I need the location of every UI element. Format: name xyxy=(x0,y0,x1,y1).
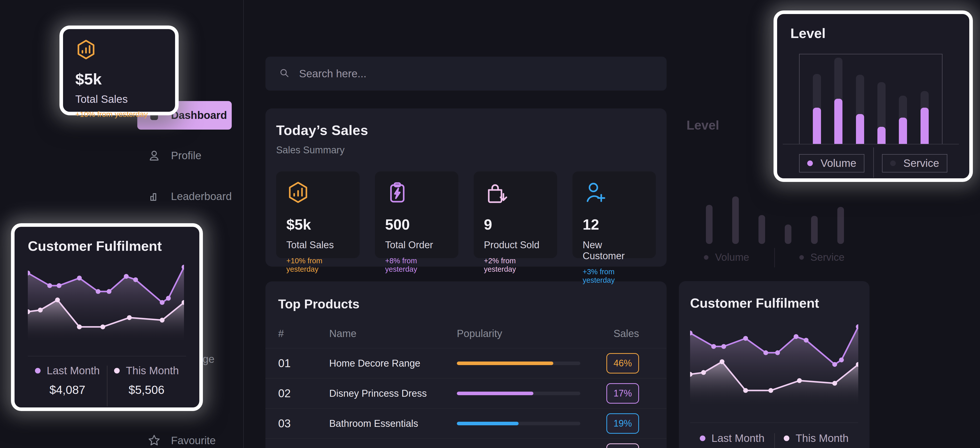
legend-divider xyxy=(107,365,107,407)
sales-badge: 46% xyxy=(606,353,639,373)
level-title: Level xyxy=(791,25,956,41)
row-number: 03 xyxy=(278,417,329,430)
service-dot-icon xyxy=(890,160,896,166)
volume-segment xyxy=(856,114,864,144)
table-body: 01Home Decore Range46%02Disney Princess … xyxy=(266,348,667,448)
level-bar xyxy=(732,197,739,244)
level-bar xyxy=(706,205,713,244)
legend-label: This Month xyxy=(795,432,849,445)
stat-cards: $5kTotal Sales+10% from yesterday500Tota… xyxy=(276,172,656,258)
level-stacked-bar xyxy=(813,54,821,144)
hexagon-chart-icon xyxy=(75,57,97,62)
legend-dot-icon xyxy=(114,368,120,373)
stat-label: Total Order xyxy=(385,240,448,251)
fulfilment-title: Customer Fulfilment xyxy=(690,295,858,311)
legend-value: $5,506 xyxy=(129,383,165,397)
legend-dot-icon xyxy=(700,435,705,441)
table-row[interactable]: 01Home Decore Range46% xyxy=(266,348,667,378)
stat-value: 500 xyxy=(385,216,448,233)
popularity-cell xyxy=(457,392,580,395)
popularity-track xyxy=(457,422,580,425)
stat-label: New Customer xyxy=(583,240,646,262)
baseline-rule xyxy=(783,144,959,145)
stat-delta: +8% from yesterday xyxy=(385,257,448,273)
legend-item-service[interactable]: Service xyxy=(882,154,947,172)
legend-item-service[interactable]: Service xyxy=(774,251,870,263)
stat-label: Total Sales xyxy=(75,93,163,105)
top-products-section: Top Products #NamePopularitySales 01Home… xyxy=(266,281,667,448)
popularity-fill xyxy=(457,422,519,425)
volume-segment xyxy=(899,118,907,144)
volume-dot-icon xyxy=(807,160,813,166)
floating-fulfilment-card: Customer Fulfilment Last Month$4,087This… xyxy=(11,223,203,411)
popularity-track xyxy=(457,362,580,365)
legend-label: Last Month xyxy=(711,432,765,445)
row-number: 01 xyxy=(278,357,329,370)
volume-segment xyxy=(921,108,929,144)
level-bar xyxy=(811,216,818,244)
fulfilment-chart xyxy=(28,265,184,349)
legend-label: Service xyxy=(904,157,939,169)
stat-label: Product Sold xyxy=(484,240,547,251)
floating-total-sales-card: $5k Total Sales +10% from yesterday xyxy=(59,25,179,115)
legend-value: $4,087 xyxy=(49,383,86,397)
bar-columns-icon xyxy=(148,190,161,203)
sidebar-item-label: Profile xyxy=(171,149,201,162)
bag-arrow-icon xyxy=(484,181,508,205)
table-row[interactable]: 03Bathroom Essentials19% xyxy=(266,408,667,438)
legend-item-volume[interactable]: Volume xyxy=(679,251,774,263)
stat-delta: +3% from yesterday xyxy=(583,268,646,284)
fulfilment-chart xyxy=(690,324,858,414)
table-header-row: #NamePopularitySales xyxy=(266,328,667,348)
popularity-fill xyxy=(457,392,533,395)
stat-value: 12 xyxy=(583,216,646,233)
stat-card-total-order: 500Total Order+8% from yesterday xyxy=(375,172,458,258)
level-stacked-bar xyxy=(877,54,886,144)
legend-item-last-month[interactable]: Last Month$4,087 xyxy=(690,432,774,448)
search-input[interactable] xyxy=(299,68,653,80)
product-name: Bathroom Essentials xyxy=(329,418,457,429)
legend-item-last-month[interactable]: Last Month$4,087 xyxy=(28,365,107,397)
product-name: Disney Princess Dress xyxy=(329,388,457,399)
search-bar xyxy=(266,57,667,91)
legend-label: Volume xyxy=(821,157,856,169)
service-segment xyxy=(877,82,886,128)
volume-segment xyxy=(813,108,821,144)
main-content: Today’s Sales Sales Summary $5kTotal Sal… xyxy=(266,0,667,448)
popularity-fill xyxy=(457,362,553,365)
sidebar-item-label: Favourite xyxy=(171,434,216,447)
legend-item-volume[interactable]: Volume xyxy=(799,154,864,172)
user-plus-icon xyxy=(583,181,606,205)
stat-card-new-customer: 12New Customer+3% from yesterday xyxy=(573,172,656,258)
level-stacked-bar xyxy=(921,54,929,144)
table-row[interactable]: 02Disney Princess Dress17% xyxy=(266,378,667,408)
stat-card-total-sales: $5kTotal Sales+10% from yesterday xyxy=(276,172,360,258)
level-plot xyxy=(799,54,942,145)
stat-delta: +2% from yesterday xyxy=(484,257,547,273)
sidebar-item-leaderboard[interactable]: Leaderboard xyxy=(137,182,232,211)
legend-label: Service xyxy=(811,251,845,263)
stat-value: 9 xyxy=(484,216,547,233)
level-bar xyxy=(785,224,791,244)
sales-badge: 19% xyxy=(606,413,639,434)
level-bar xyxy=(837,207,844,244)
service-segment xyxy=(813,74,821,109)
today-sales-title: Today’s Sales xyxy=(276,122,656,138)
legend-item-this-month[interactable]: This Month$5,506 xyxy=(774,432,859,448)
table-row[interactable]: 04Apple Smartwatch29% xyxy=(266,438,667,448)
volume-segment xyxy=(834,99,842,144)
legend-dot-icon xyxy=(784,435,789,441)
sidebar-item-profile[interactable]: Profile xyxy=(137,141,232,170)
legend-divider xyxy=(774,433,775,448)
divider xyxy=(690,423,858,423)
service-segment xyxy=(834,58,842,100)
sidebar-item-favourite[interactable]: Favourite xyxy=(137,426,232,448)
level-stacked-bar xyxy=(899,54,907,144)
legend-item-this-month[interactable]: This Month$5,506 xyxy=(107,365,186,397)
level-bars xyxy=(706,197,844,244)
column-header-sales: Sales xyxy=(580,328,639,339)
level-stacked-bar xyxy=(834,54,842,144)
stat-label: Total Sales xyxy=(286,240,349,251)
column-header-name: Name xyxy=(329,328,457,339)
level-stacked-bar xyxy=(856,54,864,144)
